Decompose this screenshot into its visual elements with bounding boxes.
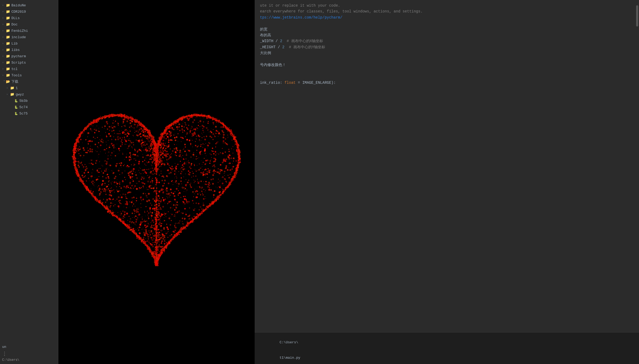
sidebar-item-pycharm[interactable]: › 📁 pycharm: [0, 53, 58, 59]
folder-icon: 📁: [6, 73, 10, 77]
sidebar-item-baidune[interactable]: › 📁 BaiduNe: [0, 2, 58, 8]
sidebar-item-1[interactable]: › 📁 1: [0, 85, 58, 91]
terminal-line-1: C:\Users\: [259, 335, 635, 350]
sidebar-item-label: gwyz: [16, 93, 24, 97]
terminal: C:\Users\ t1\main.py: [255, 332, 639, 364]
sidebar-item-label: 5c75: [19, 112, 28, 116]
folder-icon: 📁: [6, 3, 10, 7]
code-panel: ute it or replace it with your code. ear…: [255, 0, 639, 364]
chevron-icon: ›: [2, 23, 6, 26]
code-line-10: [260, 56, 634, 62]
sidebar-run-item[interactable]: un: [0, 344, 58, 350]
sidebar-item-label: BaiduNe: [11, 3, 26, 7]
code-line-13: [260, 74, 634, 80]
code-line-12: [260, 68, 634, 74]
canvas-area: [58, 0, 255, 364]
chevron-icon: ›: [2, 10, 6, 13]
sidebar-item-label: DLLs: [11, 16, 20, 20]
chevron-icon: ›: [2, 68, 6, 71]
code-line-8: _HEIGHT / 2 # 画布中心的Y轴坐标: [260, 44, 634, 50]
sidebar-item-5b3b[interactable]: 🐍 5b3b: [0, 98, 58, 104]
folder-icon: 📁: [6, 10, 10, 14]
chevron-icon: ›: [6, 87, 10, 90]
sidebar-item-label: 5c74: [19, 105, 28, 109]
dots-icon: ⋮: [2, 351, 7, 357]
code-line-15: [260, 86, 634, 91]
code-line-14: ink_ratio: float = IMAGE_ENLARGE):: [260, 80, 634, 86]
code-line-16: [260, 92, 634, 98]
sidebar-item-label: Lib: [11, 42, 18, 46]
heart-canvas: [58, 0, 255, 364]
path-text: C:\Users\: [2, 358, 19, 362]
python-file-icon: 🐍: [14, 99, 18, 103]
sidebar-item-dlls[interactable]: › 📁 DLLs: [0, 15, 58, 21]
folder-icon: 📁: [6, 29, 10, 33]
code-line-11: 号内修改颜色！: [260, 62, 634, 68]
chevron-icon: ›: [2, 17, 6, 20]
sidebar-item-lib[interactable]: › 📁 Lib: [0, 40, 58, 47]
sidebar-item-libs[interactable]: › 📁 libs: [0, 47, 58, 53]
main-content: ute it or replace it with your code. ear…: [58, 0, 639, 364]
folder-icon: 📁: [6, 35, 10, 39]
chevron-icon: ›: [6, 93, 10, 96]
chevron-icon: ›: [2, 49, 6, 51]
terminal-line-2: t1\main.py: [259, 350, 635, 364]
sidebar-item-tcl[interactable]: › 📁 tcl: [0, 66, 58, 72]
chevron-icon: ›: [2, 42, 6, 45]
sidebar-item-label: FenbiZhi: [11, 29, 28, 33]
code-line-1: ute it or replace it with your code.: [260, 3, 634, 8]
sidebar-item-label: include: [11, 35, 26, 39]
sidebar-item-label: libs: [11, 48, 20, 52]
scrollbar-thumb[interactable]: [636, 5, 638, 27]
folder-icon: 📁: [6, 22, 10, 27]
code-line-2: earch everywhere for classes, files, too…: [260, 8, 634, 14]
terminal-path: C:\Users\: [280, 340, 298, 344]
sidebar-item-label: 1: [16, 86, 18, 90]
sidebar-item-label: Doc: [11, 23, 18, 27]
scrollbar-track[interactable]: [635, 0, 639, 332]
chevron-icon: ›: [2, 36, 6, 39]
folder-icon: 📁: [6, 54, 10, 58]
sidebar-item-doc[interactable]: › 📁 Doc: [0, 21, 58, 28]
sidebar-item-gwyz[interactable]: › 📁 gwyz: [0, 91, 58, 98]
folder-icon: 📁: [6, 16, 10, 20]
sidebar-item-include[interactable]: › 📁 include: [0, 34, 58, 40]
terminal-file: t1\main.py: [280, 356, 300, 360]
code-line-7: _WIDTH / 2 # 画布中心的X轴坐标: [260, 38, 634, 44]
sidebar-path: C:\Users\: [0, 357, 58, 364]
sidebar-item-5c74[interactable]: 🐍 5c74: [0, 104, 58, 110]
sidebar-item-tools[interactable]: › 📁 Tools: [0, 72, 58, 78]
code-editor[interactable]: ute it or replace it with your code. ear…: [255, 0, 639, 332]
sidebar-item-label: 下载: [11, 79, 18, 84]
folder-icon: 📁: [6, 60, 10, 65]
content-row: ute it or replace it with your code. ear…: [58, 0, 639, 364]
chevron-icon: ›: [2, 4, 6, 7]
sidebar-item-label: tcl: [11, 67, 18, 71]
chevron-icon: ›: [2, 74, 6, 77]
sidebar-item-scripts[interactable]: › 📁 Scripts: [0, 59, 58, 66]
sidebar-dots-item[interactable]: ⋮: [0, 350, 58, 357]
chevron-icon: ›: [2, 29, 6, 32]
sidebar-item-fenbizhi[interactable]: › 📁 FenbiZhi: [0, 28, 58, 34]
sidebar-item-label: 5b3b: [19, 99, 28, 103]
sidebar-item-downloads[interactable]: › 📂 下载: [0, 78, 58, 85]
code-line-6: 布的高: [260, 32, 634, 38]
code-line-4: [260, 20, 634, 26]
sidebar-item-cdr2019[interactable]: › 📁 CDR2019: [0, 8, 58, 15]
code-line-9: 大比例: [260, 50, 634, 56]
python-file-icon: 🐍: [14, 112, 18, 115]
chevron-icon: ›: [2, 55, 6, 58]
chevron-icon: ›: [2, 61, 6, 64]
folder-icon: 📁: [10, 92, 14, 97]
sidebar-item-label: CDR2019: [11, 10, 26, 14]
sidebar-item-5c75[interactable]: 🐍 5c75: [0, 110, 58, 117]
file-tree: › 📁 BaiduNe › 📁 CDR2019 › 📁 DLLs › 📁 Doc…: [0, 0, 58, 364]
folder-icon: 📁: [6, 48, 10, 52]
python-file-icon: 🐍: [14, 106, 18, 109]
chevron-icon: ›: [3, 80, 6, 84]
folder-icon: 📁: [10, 86, 14, 90]
folder-icon: 📁: [6, 67, 10, 71]
folder-icon-open: 📂: [6, 80, 10, 84]
code-line-3: tps://www.jetbrains.com/help/pycharm/: [260, 15, 634, 20]
sidebar-item-label: Scripts: [11, 61, 26, 65]
